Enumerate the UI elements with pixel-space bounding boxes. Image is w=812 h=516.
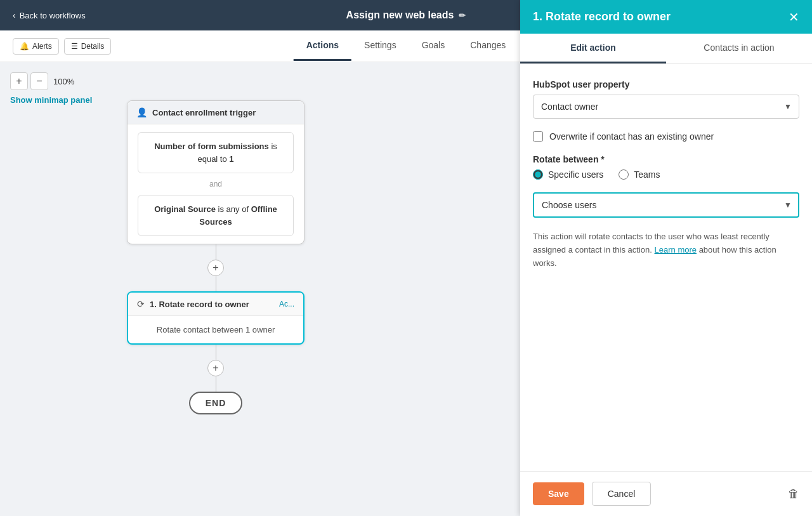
end-node: END (189, 392, 243, 414)
action-header: ⟳ 1. Rotate record to owner Ac... (128, 293, 303, 316)
hubspot-user-property-group: HubSpot user property Contact owner ▼ (533, 79, 799, 119)
connector-2 (216, 276, 216, 291)
tab-settings[interactable]: Settings (351, 31, 409, 61)
canvas-controls: + − 100% (10, 72, 77, 90)
delete-button[interactable]: 🗑 (788, 487, 799, 501)
trigger-icon: 👤 (136, 107, 147, 117)
tab-edit-action[interactable]: Edit action (520, 34, 666, 63)
workflow-name: Assign new web leads (346, 10, 454, 21)
specific-users-radio[interactable] (533, 169, 543, 180)
tab-changes[interactable]: Changes (457, 31, 518, 61)
alerts-button[interactable]: 🔔 Alerts (13, 38, 59, 55)
action-node-1[interactable]: ⟳ 1. Rotate record to owner Ac... Rotate… (127, 291, 304, 345)
choose-users-select-wrapper: Choose users ▼ (533, 192, 799, 218)
add-step-2-button[interactable]: + (207, 360, 224, 376)
learn-more-link[interactable]: Learn more (655, 245, 697, 255)
panel-header: 1. Rotate record to owner ✕ (520, 0, 812, 34)
overwrite-label: Overwrite if contact has an existing own… (549, 131, 714, 142)
save-button[interactable]: Save (533, 482, 584, 505)
condition-value: 1 (229, 154, 233, 164)
rotate-between-group: Rotate between * Specific users Teams (533, 154, 799, 180)
tab-goals[interactable]: Goals (409, 31, 458, 61)
action-header-left: ⟳ 1. Rotate record to owner (137, 299, 249, 309)
overwrite-checkbox[interactable] (533, 131, 543, 142)
alerts-label: Alerts (32, 42, 52, 51)
zoom-level: 100% (53, 77, 74, 86)
zoom-in-button[interactable]: + (10, 72, 28, 90)
tab-actions[interactable]: Actions (294, 31, 351, 61)
back-arrow-icon: ‹ (13, 10, 16, 20)
trigger-header: 👤 Contact enrollment trigger (128, 101, 304, 124)
back-to-workflows-link[interactable]: ‹ Back to workflows (13, 10, 86, 20)
rotate-between-label: Rotate between * (533, 154, 799, 164)
panel-close-button[interactable]: ✕ (789, 11, 799, 23)
trigger-node[interactable]: 👤 Contact enrollment trigger Number of f… (127, 100, 304, 244)
details-label: Details (81, 42, 105, 51)
panel-title: 1. Rotate record to owner (533, 10, 671, 23)
action-body: Rotate contact between 1 owner (128, 316, 303, 343)
add-step-1-button[interactable]: + (207, 260, 224, 276)
zoom-out-button[interactable]: − (30, 72, 48, 90)
panel-body: HubSpot user property Contact owner ▼ Ov… (520, 64, 812, 471)
contact-owner-select[interactable]: Contact owner (533, 95, 799, 119)
cancel-button[interactable]: Cancel (592, 482, 652, 506)
info-text: This action will rotate contacts to the … (533, 230, 799, 270)
hubspot-user-property-label: HubSpot user property (533, 79, 799, 89)
back-link-label: Back to workflows (20, 11, 86, 20)
delete-icon: 🗑 (788, 487, 799, 500)
sub-nav-tabs: Actions Settings Goals Changes (294, 31, 519, 61)
workflow-canvas: + − 100% Show minimap panel 👤 Contact en… (0, 62, 520, 516)
connector-1 (216, 244, 216, 260)
condition-source-label: Original Source (154, 204, 216, 214)
edit-title-icon[interactable]: ✏ (459, 11, 466, 20)
action-rotate-icon: ⟳ (137, 299, 145, 309)
right-panel: 1. Rotate record to owner ✕ Edit action … (520, 0, 812, 516)
alerts-icon: 🔔 (20, 42, 29, 51)
sub-nav-left: 🔔 Alerts ☰ Details (13, 38, 111, 55)
and-label: and (138, 180, 294, 189)
rotate-between-radio-group: Specific users Teams (533, 169, 799, 180)
connector-3 (216, 345, 216, 360)
specific-users-label: Specific users (548, 169, 603, 180)
panel-footer: Save Cancel 🗑 (520, 471, 812, 516)
condition-box-2: Original Source is any of Offline Source… (138, 195, 294, 236)
trigger-body: Number of form submissions is equal to 1… (128, 124, 304, 244)
teams-radio[interactable] (619, 169, 629, 180)
workflow-nodes: 👤 Contact enrollment trigger Number of f… (127, 100, 304, 414)
workflow-title: Assign new web leads ✏ (346, 10, 466, 21)
trigger-title: Contact enrollment trigger (152, 108, 256, 117)
condition-source-text: is any of (218, 204, 251, 214)
panel-tabs: Edit action Contacts in action (520, 34, 812, 64)
connector-4 (216, 376, 216, 392)
action-title: 1. Rotate record to owner (150, 300, 249, 309)
contact-owner-select-wrapper: Contact owner ▼ (533, 95, 799, 119)
minimap-link[interactable]: Show minimap panel (10, 95, 92, 105)
details-button[interactable]: ☰ Details (64, 38, 112, 55)
details-icon: ☰ (71, 42, 78, 51)
action-link[interactable]: Ac... (279, 300, 294, 308)
specific-users-radio-item[interactable]: Specific users (533, 169, 603, 180)
overwrite-checkbox-row: Overwrite if contact has an existing own… (533, 131, 799, 142)
condition-text-1: Number of form submissions (154, 142, 269, 151)
tab-contacts-in-action[interactable]: Contacts in action (666, 34, 812, 63)
choose-users-select[interactable]: Choose users (533, 192, 799, 218)
condition-box-1: Number of form submissions is equal to 1 (138, 132, 294, 173)
teams-label: Teams (634, 169, 660, 180)
teams-radio-item[interactable]: Teams (619, 169, 660, 180)
